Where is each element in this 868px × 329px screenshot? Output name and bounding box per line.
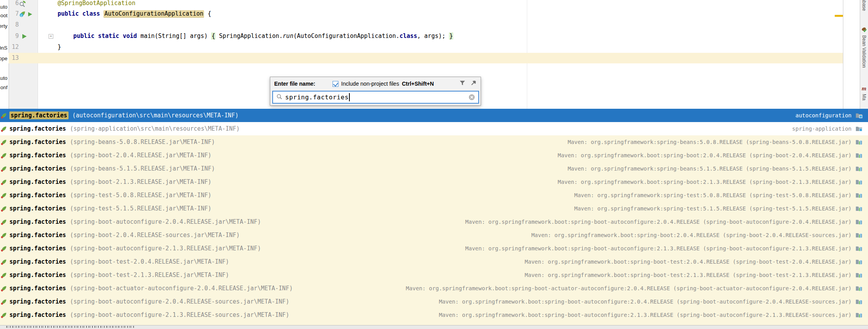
result-location: Maven: org.springframework.boot:spring-b… bbox=[558, 152, 852, 158]
tool-button-bean-validation[interactable]: Bean Validation bbox=[861, 35, 867, 68]
run-main-icon[interactable] bbox=[22, 34, 27, 39]
result-path: (spring-beans-5.1.5.RELEASE.jar\META-INF… bbox=[70, 165, 215, 172]
spring-file-icon bbox=[1, 139, 8, 145]
line-number: 8 bbox=[9, 20, 19, 30]
tool-button-maven[interactable]: Ma bbox=[861, 94, 867, 101]
result-path: (spring-boot-actuator-autoconfigure-2.0.… bbox=[70, 285, 293, 292]
code-token: run bbox=[283, 32, 293, 40]
result-row[interactable]: spring.factories(spring-test-5.0.8.RELEA… bbox=[0, 189, 868, 202]
result-row[interactable]: spring.factories(spring-boot-2.0.4.RELEA… bbox=[0, 228, 868, 242]
result-filename: spring.factories bbox=[9, 271, 66, 279]
project-tree-item-fragment: Auto bbox=[0, 4, 7, 10]
include-non-project-files-checkbox[interactable] bbox=[333, 81, 338, 87]
library-icon bbox=[855, 245, 863, 252]
result-filename: spring.factories bbox=[9, 311, 66, 318]
dialog-header: Enter file name: Include non-project fil… bbox=[270, 77, 481, 90]
spring-file-icon bbox=[1, 179, 8, 185]
run-class-icon[interactable] bbox=[27, 11, 33, 16]
spring-file-icon bbox=[1, 165, 8, 172]
spring-file-icon bbox=[1, 112, 8, 119]
tool-button-database[interactable]: tabase bbox=[861, 0, 867, 11]
goto-file-dialog: Enter file name: Include non-project fil… bbox=[270, 77, 481, 106]
result-row[interactable]: spring.factories(spring-beans-5.1.5.RELE… bbox=[0, 162, 868, 175]
spring-file-icon bbox=[1, 245, 8, 252]
result-path: (spring-boot-2.0.4.RELEASE-sources.jar\M… bbox=[70, 232, 240, 239]
library-icon bbox=[855, 192, 863, 198]
clear-search-icon[interactable] bbox=[468, 94, 475, 101]
library-icon bbox=[855, 259, 863, 265]
result-row[interactable]: spring.factories(spring-application\src\… bbox=[0, 122, 868, 135]
results-list: spring.factories(autoconfiguration\src\m… bbox=[0, 109, 868, 325]
result-filename: spring.factories bbox=[9, 245, 66, 252]
result-row[interactable]: spring.factories(spring-boot-2.1.3.RELEA… bbox=[0, 175, 868, 189]
result-filename: spring.factories bbox=[9, 232, 66, 239]
result-row[interactable]: spring.factories(spring-boot-autoconfigu… bbox=[0, 215, 868, 228]
spring-class-gutter-icon[interactable]: c bbox=[19, 10, 26, 18]
spring-file-icon bbox=[1, 192, 8, 198]
result-location: spring-application bbox=[792, 126, 852, 132]
file-name-input[interactable]: spring.factories bbox=[272, 91, 479, 104]
status-bar bbox=[0, 325, 868, 329]
result-location: Maven: org.springframework:spring-beans:… bbox=[568, 165, 852, 172]
result-path: (spring-boot-autoconfigure-2.1.3.RELEASE… bbox=[70, 245, 261, 252]
result-row[interactable]: spring.factories(spring-boot-test-2.1.3.… bbox=[0, 268, 868, 282]
result-row[interactable]: spring.factories(spring-test-5.1.5.RELEA… bbox=[0, 202, 868, 215]
warning-stripe-mark[interactable] bbox=[835, 15, 843, 17]
result-filename: spring.factories bbox=[9, 111, 69, 119]
project-tree-item-fragment: OnS bbox=[0, 45, 7, 51]
result-row[interactable]: spring.factories(spring-boot-autoconfigu… bbox=[0, 242, 868, 255]
result-path: (spring-boot-autoconfigure-2.0.4.RELEASE… bbox=[70, 218, 261, 225]
result-path: (spring-test-5.0.8.RELEASE.jar\META-INF) bbox=[70, 192, 212, 199]
result-location: autoconfiguration bbox=[796, 112, 852, 119]
code-token: { bbox=[204, 10, 211, 17]
result-filename: spring.factories bbox=[9, 138, 66, 146]
ide-window: AutoBootpertyOnSropeAutoConf c + tabase … bbox=[0, 0, 868, 329]
filter-icon[interactable] bbox=[459, 80, 465, 87]
line-number: 7 bbox=[9, 9, 19, 19]
project-panel-strip: AutoBootpertyOnSropeAutoConf bbox=[0, 0, 9, 109]
result-row[interactable]: spring.factories(spring-boot-test-2.0.4.… bbox=[0, 255, 868, 268]
pin-icon[interactable] bbox=[470, 80, 477, 88]
result-filename: spring.factories bbox=[9, 152, 66, 159]
result-location: Maven: org.springframework.boot:spring-b… bbox=[465, 245, 852, 252]
result-row[interactable]: spring.factories(spring-boot-autoconfigu… bbox=[0, 308, 868, 322]
library-icon bbox=[855, 205, 863, 212]
result-path: (spring-beans-5.0.8.RELEASE.jar\META-INF… bbox=[70, 138, 215, 146]
result-filename: spring.factories bbox=[9, 285, 66, 292]
result-row[interactable]: spring.factories(spring-boot-test-autoco… bbox=[0, 322, 868, 325]
maven-icon: m bbox=[862, 85, 866, 92]
fold-marker[interactable]: + bbox=[49, 34, 53, 39]
result-location: Maven: org.springframework.boot:spring-b… bbox=[406, 285, 852, 291]
status-bar-text-clipped bbox=[6, 326, 136, 328]
result-row[interactable]: spring.factories(autoconfiguration\src\m… bbox=[0, 109, 868, 122]
code-token: (AutoConfigurationApplication. bbox=[293, 32, 400, 40]
module-icon bbox=[855, 126, 863, 132]
library-icon bbox=[855, 285, 863, 291]
result-row[interactable]: spring.factories(spring-boot-actuator-au… bbox=[0, 282, 868, 295]
result-row[interactable]: spring.factories(spring-beans-5.0.8.RELE… bbox=[0, 135, 868, 149]
result-filename: spring.factories bbox=[9, 125, 66, 132]
library-icon bbox=[855, 298, 863, 305]
result-location: Maven: org.springframework:spring-beans:… bbox=[568, 139, 852, 145]
project-tree-item-fragment: rope bbox=[0, 56, 7, 61]
spring-file-icon bbox=[1, 232, 8, 238]
project-tree-item-fragment: Boot bbox=[0, 13, 7, 18]
result-filename: spring.factories bbox=[9, 205, 66, 212]
result-path: (spring-boot-test-2.1.3.RELEASE.jar\META… bbox=[70, 271, 229, 279]
spring-file-icon bbox=[1, 205, 8, 212]
result-filename: spring.factories bbox=[9, 178, 66, 185]
shortcut-hint: Ctrl+Shift+N bbox=[402, 81, 434, 87]
library-icon bbox=[855, 165, 863, 172]
library-icon bbox=[855, 272, 863, 278]
project-tree-item-fragment: Conf bbox=[0, 84, 7, 90]
line-number: 6 bbox=[9, 0, 19, 9]
result-row[interactable]: spring.factories(spring-boot-autoconfigu… bbox=[0, 295, 868, 308]
spring-search-gutter-icon[interactable] bbox=[19, 0, 26, 8]
code-line: @SpringBootApplication bbox=[58, 0, 136, 9]
result-row[interactable]: spring.factories(spring-boot-2.0.4.RELEA… bbox=[0, 149, 868, 162]
result-path: (spring-application\src\main\resources\M… bbox=[70, 125, 240, 132]
line-number: 12 bbox=[9, 42, 19, 52]
checkbox-label: Include non-project files bbox=[341, 81, 399, 87]
code-token: AutoConfigurationApplication bbox=[103, 10, 204, 18]
code-token: } bbox=[58, 43, 61, 50]
